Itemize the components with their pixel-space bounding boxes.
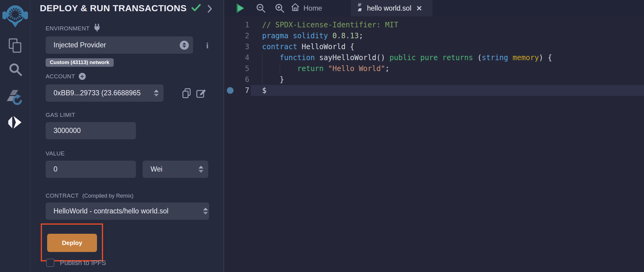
line-number: 3: [236, 41, 251, 52]
edit-account-icon[interactable]: [196, 88, 206, 100]
zoom-in-icon[interactable]: [275, 0, 285, 16]
line-number: 4: [236, 52, 251, 63]
line-text: return "Hello World";: [251, 63, 644, 74]
value-unit: Wei: [143, 165, 199, 173]
select-arrows-icon: [180, 41, 189, 50]
tab-file-label: hello world.sol: [367, 4, 411, 12]
glyph-margin[interactable]: [225, 63, 236, 74]
file-explorer-icon[interactable]: [8, 38, 22, 53]
line-number: 2: [236, 30, 251, 41]
panel-expand-chevron-icon[interactable]: [207, 5, 212, 14]
icon-panel: [0, 0, 30, 272]
indent-guide: [280, 63, 280, 74]
contract-note: (Compiled by Remix): [82, 193, 133, 199]
line-text: function sayHelloWorld() public pure ret…: [251, 52, 644, 63]
line-number: 1: [236, 19, 251, 30]
environment-select[interactable]: Injected Provider: [46, 36, 193, 54]
tab-home-label: Home: [303, 4, 322, 12]
indent-guide: [262, 63, 262, 74]
glyph-margin[interactable]: [225, 52, 236, 63]
publish-ipfs-checkbox[interactable]: [46, 259, 54, 267]
line-text: // SPDX-License-Identifier: MIT: [251, 19, 644, 30]
home-icon: [291, 3, 299, 13]
account-label: ACCOUNT +: [46, 73, 86, 80]
gas-limit-input[interactable]: [46, 122, 136, 139]
code-line-3[interactable]: 3contract HelloWorld {: [225, 41, 644, 52]
environment-label: ENVIRONMENT: [46, 24, 101, 33]
contract-label: CONTRACT (Compiled by Remix): [46, 192, 133, 199]
value-unit-select[interactable]: Wei: [143, 161, 208, 178]
tab-hello-world-sol[interactable]: hello world.sol ×: [351, 0, 432, 16]
copy-account-icon[interactable]: [182, 88, 192, 100]
panel-header: DEPLOY & RUN TRANSACTIONS: [40, 3, 201, 13]
plug-icon: [93, 24, 101, 33]
account-select[interactable]: 0xBB9...29733 (23.6688965: [46, 84, 164, 102]
deploy-run-panel: DEPLOY & RUN TRANSACTIONS ENVIRONMENT In…: [30, 0, 224, 272]
code-line-6[interactable]: 6 }: [225, 74, 644, 85]
close-tab-icon[interactable]: ×: [417, 4, 422, 13]
value-input[interactable]: [46, 161, 136, 178]
line-number: 7: [236, 85, 251, 96]
value-label: VALUE: [46, 150, 65, 157]
code-lines: 1// SPDX-License-Identifier: MIT2pragma …: [225, 19, 644, 96]
account-value: 0xBB9...29733 (23.6688965: [46, 89, 154, 97]
indent-guide: [262, 52, 262, 63]
code-editor[interactable]: 1// SPDX-License-Identifier: MIT2pragma …: [225, 16, 644, 272]
line-number: 5: [236, 63, 251, 74]
publish-ipfs-label: Publish to IPFS: [60, 259, 106, 267]
tab-bar: Home hello world.sol ×: [225, 0, 644, 16]
code-line-2[interactable]: 2pragma solidity 0.8.13;: [225, 30, 644, 41]
publish-row: Publish to IPFS: [46, 259, 106, 267]
zoom-out-icon[interactable]: [256, 0, 266, 16]
glyph-margin[interactable]: [225, 30, 236, 41]
network-badge: Custom (43113) network: [46, 58, 114, 67]
code-line-5[interactable]: 5 return "Hello World";: [225, 63, 644, 74]
solidity-file-icon: [356, 3, 363, 13]
select-arrows-icon: [199, 166, 203, 173]
line-number: 6: [236, 74, 251, 85]
run-script-play-icon[interactable]: [235, 0, 246, 16]
compile-success-check-icon: [192, 4, 201, 13]
environment-value: Injected Provider: [46, 41, 180, 49]
remix-ide-window: DEPLOY & RUN TRANSACTIONS ENVIRONMENT In…: [0, 0, 644, 272]
search-icon[interactable]: [8, 62, 22, 76]
add-account-icon[interactable]: +: [79, 73, 86, 80]
code-line-1[interactable]: 1// SPDX-License-Identifier: MIT: [225, 19, 644, 30]
contract-value: HelloWorld - contracts/hello world.sol: [46, 207, 203, 215]
contract-select[interactable]: HelloWorld - contracts/hello world.sol: [46, 202, 209, 220]
select-arrows-icon: [203, 208, 208, 215]
line-text: $: [251, 85, 644, 96]
code-line-4[interactable]: 4 function sayHelloWorld() public pure r…: [225, 52, 644, 63]
glyph-margin[interactable]: [225, 74, 236, 85]
indent-guide: [262, 74, 262, 85]
glyph-margin[interactable]: [225, 19, 236, 30]
gas-limit-label: GAS LIMIT: [46, 112, 75, 118]
panel-title: DEPLOY & RUN TRANSACTIONS: [40, 3, 187, 13]
code-line-7[interactable]: 7$: [225, 85, 644, 96]
tab-home[interactable]: Home: [291, 0, 322, 16]
remix-logo-icon[interactable]: [2, 2, 28, 29]
line-text: }: [251, 74, 644, 85]
breakpoint-dot[interactable]: [225, 85, 236, 96]
deploy-button[interactable]: Deploy: [47, 234, 97, 252]
solidity-compiler-icon[interactable]: [7, 89, 24, 107]
editor-area: Home hello world.sol × 1// SPDX-License-…: [225, 0, 644, 272]
environment-info-icon[interactable]: i: [206, 41, 209, 50]
glyph-margin[interactable]: [225, 41, 236, 52]
line-text: pragma solidity 0.8.13;: [251, 30, 644, 41]
deploy-and-run-icon[interactable]: [8, 115, 23, 129]
line-text: contract HelloWorld {: [251, 41, 644, 52]
select-arrows-icon: [154, 90, 159, 97]
